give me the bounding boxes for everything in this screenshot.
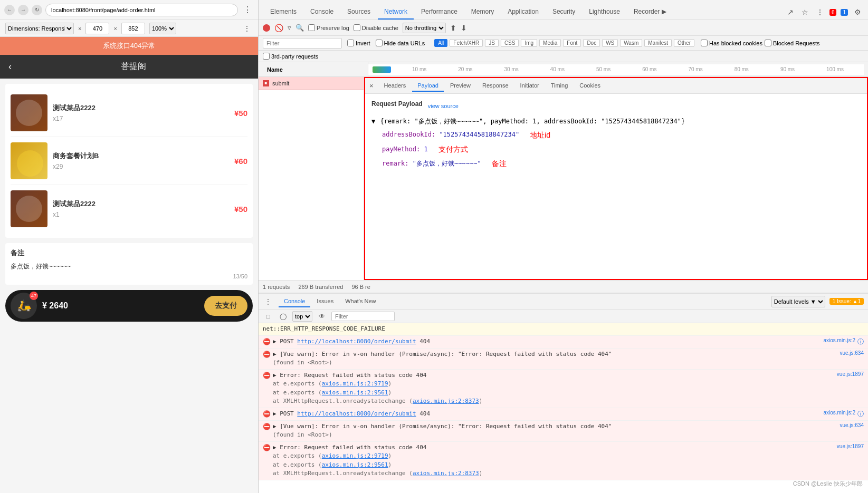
devtools-star-button[interactable]: ☆ xyxy=(800,7,810,17)
search-icon[interactable]: 🔍 xyxy=(295,24,304,32)
info-icon[interactable]: ⓘ xyxy=(857,410,864,419)
tab-sources[interactable]: Sources xyxy=(341,5,377,20)
console-time-button[interactable]: ◯ xyxy=(278,311,288,322)
devtools-share-button[interactable]: ↗ xyxy=(785,7,796,17)
preserve-log-checkbox[interactable] xyxy=(308,24,315,31)
tab-performance[interactable]: Performance xyxy=(415,5,464,20)
preserve-log-label[interactable]: Preserve log xyxy=(308,24,349,31)
filter-fetch-xhr[interactable]: Fetch/XHR xyxy=(450,39,483,47)
log-link[interactable]: axios.min.js:2:9561 xyxy=(322,389,388,396)
console-tab-whatsnew[interactable]: What's New xyxy=(340,296,381,307)
tab-network[interactable]: Network xyxy=(378,5,414,20)
request-row[interactable]: ■ submit xyxy=(259,77,364,90)
disable-cache-checkbox[interactable] xyxy=(354,24,360,31)
log-link[interactable]: axios.min.js:2:8373 xyxy=(413,398,479,404)
record-button[interactable] xyxy=(263,24,270,32)
log-link[interactable]: axios.min.js:2:9561 xyxy=(322,461,388,468)
checkout-button[interactable]: 去支付 xyxy=(204,296,247,316)
viewport-more[interactable]: ⋮ xyxy=(241,24,253,33)
invert-checkbox[interactable] xyxy=(347,40,354,46)
hide-data-urls-label[interactable]: Hide data URLs xyxy=(376,40,425,46)
console-eye-button[interactable]: 👁 xyxy=(317,311,327,322)
detail-close-button[interactable]: × xyxy=(369,82,374,90)
detail-tab-cookies[interactable]: Cookies xyxy=(574,80,606,92)
log-link[interactable]: axios.min.js:2:9719 xyxy=(322,452,388,459)
console-menu-button[interactable]: ⋮ xyxy=(263,296,273,307)
detail-tab-timing[interactable]: Timing xyxy=(546,80,574,92)
filter-media[interactable]: Media xyxy=(539,39,561,47)
filter-manifest[interactable]: Manifest xyxy=(644,39,672,47)
app-back-button[interactable]: ‹ xyxy=(8,61,12,72)
item-price: ¥50 xyxy=(234,109,247,118)
filter-input[interactable] xyxy=(263,38,342,49)
tab-recorder[interactable]: Recorder ▶ xyxy=(627,5,673,20)
detail-tab-response[interactable]: Response xyxy=(477,80,514,92)
disable-cache-label[interactable]: Disable cache xyxy=(354,24,398,31)
tab-elements[interactable]: Elements xyxy=(264,5,303,20)
tab-security[interactable]: Security xyxy=(546,5,581,20)
width-input[interactable] xyxy=(85,23,109,34)
filter-js[interactable]: JS xyxy=(485,39,499,47)
filter-css[interactable]: CSS xyxy=(501,39,519,47)
log-source[interactable]: axios.min.js:2 xyxy=(823,337,855,343)
tab-memory[interactable]: Memory xyxy=(465,5,500,20)
log-source[interactable]: vue.js:634 xyxy=(840,350,864,356)
console-filter-input[interactable] xyxy=(331,312,395,321)
more-button[interactable]: ⋮ xyxy=(241,5,254,15)
filter-font[interactable]: Font xyxy=(563,39,581,47)
log-source[interactable]: vue.js:634 xyxy=(840,422,864,428)
has-blocked-label[interactable]: Has blocked cookies xyxy=(701,39,762,47)
log-source[interactable]: vue.js:1897 xyxy=(837,371,864,377)
tab-lighthouse[interactable]: Lighthouse xyxy=(583,5,626,20)
detail-tab-headers[interactable]: Headers xyxy=(379,80,412,92)
view-source-link[interactable]: view source xyxy=(428,103,459,109)
console-tab-issues[interactable]: Issues xyxy=(311,296,339,307)
devtools-menu-button[interactable]: ⋮ xyxy=(815,7,825,17)
reload-button[interactable]: ↻ xyxy=(32,5,42,15)
default-levels-select[interactable]: Default levels ▼ xyxy=(771,296,825,307)
zoom-select[interactable]: 100% xyxy=(149,23,176,34)
log-source[interactable]: vue.js:1897 xyxy=(837,443,864,449)
blocked-requests-label[interactable]: Blocked Requests xyxy=(765,39,820,47)
height-input[interactable] xyxy=(121,23,145,34)
log-link[interactable]: http://localhost:8080/order/submit xyxy=(297,338,416,345)
back-nav-button[interactable]: ← xyxy=(4,5,15,15)
detail-tab-payload[interactable]: Payload xyxy=(412,80,444,92)
cart-icon-area[interactable]: 🛵 47 xyxy=(11,293,37,319)
blocked-requests-checkbox[interactable] xyxy=(765,40,771,46)
context-select[interactable]: top xyxy=(292,311,312,322)
detail-tab-preview[interactable]: Preview xyxy=(445,80,476,92)
log-link[interactable]: axios.min.js:2:9719 xyxy=(322,380,388,387)
filter-img[interactable]: Img xyxy=(521,39,537,47)
tab-application[interactable]: Application xyxy=(501,5,545,20)
throttling-select[interactable]: No throttling xyxy=(403,23,446,33)
filter-other[interactable]: Other xyxy=(674,39,694,47)
forward-nav-button[interactable]: → xyxy=(18,5,28,15)
log-link[interactable]: axios.min.js:2:8373 xyxy=(413,470,479,477)
filter-wasm[interactable]: Wasm xyxy=(620,39,642,47)
hide-data-urls-checkbox[interactable] xyxy=(376,40,383,46)
clear-button[interactable]: 🚫 xyxy=(274,24,283,32)
third-party-checkbox[interactable] xyxy=(263,53,270,60)
tab-console[interactable]: Console xyxy=(304,5,340,20)
filter-ws[interactable]: WS xyxy=(602,39,618,47)
invert-label[interactable]: Invert xyxy=(347,40,370,46)
log-link[interactable]: http://localhost:8080/order/submit xyxy=(297,410,416,417)
console-tab-console[interactable]: Console xyxy=(279,296,310,307)
download-icon[interactable]: ⬇ xyxy=(461,24,467,32)
upload-icon[interactable]: ⬆ xyxy=(450,24,456,32)
collapse-root[interactable]: ▼ xyxy=(371,118,375,125)
url-bar[interactable] xyxy=(45,4,238,16)
filter-doc[interactable]: Doc xyxy=(583,39,600,47)
filter-icon[interactable]: ▿ xyxy=(288,24,291,32)
dimensions-select[interactable]: Dimensions: Responsive xyxy=(5,23,74,34)
devtools-settings-button[interactable]: ⚙ xyxy=(852,7,863,17)
remark-section: 备注 多点饭，好饿~~~~~~ 13/50 xyxy=(5,243,253,285)
third-party-label[interactable]: 3rd-party requests xyxy=(263,53,318,60)
log-source[interactable]: axios.min.js:2 xyxy=(823,410,855,415)
has-blocked-checkbox[interactable] xyxy=(701,40,708,46)
console-stop-button[interactable]: □ xyxy=(263,311,273,322)
detail-tab-initiator[interactable]: Initiator xyxy=(515,80,545,92)
filter-all[interactable]: All xyxy=(434,39,447,47)
info-icon[interactable]: ⓘ xyxy=(857,337,864,346)
